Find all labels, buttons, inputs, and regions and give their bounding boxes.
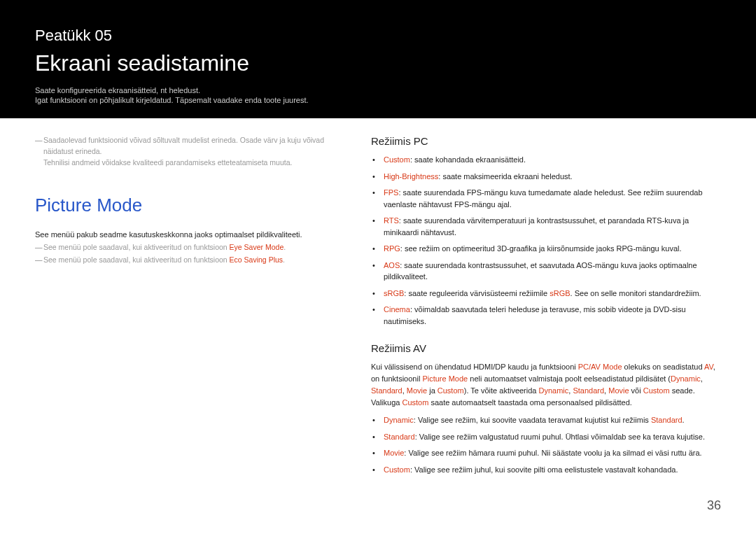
term: Standard [384, 433, 415, 441]
dash-icon: ― [35, 255, 43, 266]
intro-line-1: Saate konfigureerida ekraanisätteid, nt … [35, 86, 721, 94]
term-standard: Standard [573, 386, 604, 395]
list-item: FPS: saate suurendada FPS-mängu kuva tum… [381, 187, 721, 210]
pc-mode-list: Custom: saate kohandada ekraanisätteid.H… [371, 154, 721, 327]
section-title-picture-mode: Picture Mode [35, 195, 343, 216]
list-item: Movie: Valige see režiim hämara ruumi pu… [381, 447, 721, 459]
subheading-av-mode: Režiimis AV [371, 342, 721, 354]
term-custom: Custom [438, 386, 464, 395]
subheading-pc-mode: Režiimis PC [371, 135, 721, 147]
term-custom: Custom [643, 386, 670, 395]
term-standard: Standard [371, 386, 402, 395]
page-title: Ekraani seadistamine [35, 50, 721, 76]
list-item: Standard: Valige see režiim valgustatud … [381, 431, 721, 443]
term-eye-saver-mode: Eye Saver Mode [230, 243, 284, 251]
term: Movie [384, 449, 404, 457]
list-item: AOS: saate suurendada kontrastsussuhet, … [381, 260, 721, 283]
list-item: Dynamic: Valige see režiim, kui soovite … [381, 414, 721, 426]
term: RTS [384, 216, 399, 225]
term: Custom [384, 155, 410, 164]
term: Standard [651, 416, 682, 424]
content-area: ― Saadaolevad funktsioonid võivad sõltuv… [0, 135, 756, 480]
list-item: sRGB: saate reguleerida värvisüsteemi re… [381, 288, 721, 300]
term-pc-av-mode: PC/AV Mode [578, 363, 622, 371]
av-mode-list: Dynamic: Valige see režiim, kui soovite … [371, 414, 721, 475]
term-custom: Custom [402, 398, 428, 407]
term: sRGB [550, 289, 570, 297]
left-column: ― Saadaolevad funktsioonid võivad sõltuv… [35, 135, 371, 480]
term-movie: Movie [407, 386, 427, 395]
note-text: See menüü pole saadaval, kui aktiveeritu… [43, 242, 286, 253]
note-model-variation: ― Saadaolevad funktsioonid võivad sõltuv… [35, 135, 343, 168]
term: RPG [384, 244, 400, 253]
header-banner: Peatükk 05 Ekraani seadistamine Saate ko… [0, 0, 756, 118]
term-dynamic: Dynamic [539, 386, 569, 395]
term: High-Brightness [384, 172, 438, 181]
list-item: Cinema: võimaldab saavutada teleri heled… [381, 304, 721, 327]
term: Cinema [384, 305, 410, 314]
note-eco-saving: ― See menüü pole saadaval, kui aktiveeri… [35, 255, 343, 266]
list-item: Custom: Valige see režiim juhul, kui soo… [381, 464, 721, 476]
note-text: Saadaolevad funktsioonid võivad sõltuval… [43, 135, 343, 168]
term: sRGB [384, 289, 404, 297]
list-item: RPG: see režiim on optimeeritud 3D-graaf… [381, 243, 721, 255]
term-picture-mode: Picture Mode [422, 374, 468, 383]
right-column: Režiimis PC Custom: saate kohandada ekra… [371, 135, 721, 480]
list-item: RTS: saate suurendada värvitemperatuuri … [381, 215, 721, 238]
intro-line-2: Igat funktsiooni on põhjalikult kirjelda… [35, 96, 721, 104]
chapter-label: Peatükk 05 [35, 27, 721, 45]
term-movie: Movie [608, 386, 629, 395]
list-item: Custom: saate kohandada ekraanisätteid. [381, 154, 721, 166]
term: Dynamic [384, 416, 414, 424]
picture-mode-description: See menüü pakub seadme kasutuskeskkonna … [35, 229, 343, 241]
term: Custom [384, 465, 410, 474]
av-mode-paragraph: Kui välissisend on ühendatud HDMI/DP kau… [371, 361, 721, 409]
dash-icon: ― [35, 135, 43, 168]
term-dynamic: Dynamic [671, 374, 701, 383]
term: AOS [384, 261, 400, 269]
note-text: See menüü pole saadaval, kui aktiveeritu… [43, 255, 285, 266]
dash-icon: ― [35, 242, 43, 253]
term-eco-saving-plus: Eco Saving Plus [230, 255, 283, 264]
page-number: 36 [707, 498, 721, 513]
note-eye-saver: ― See menüü pole saadaval, kui aktiveeri… [35, 242, 343, 253]
term-av: AV [704, 363, 713, 371]
list-item: High-Brightness: saate maksimeerida ekra… [381, 171, 721, 183]
term: FPS [384, 188, 398, 197]
